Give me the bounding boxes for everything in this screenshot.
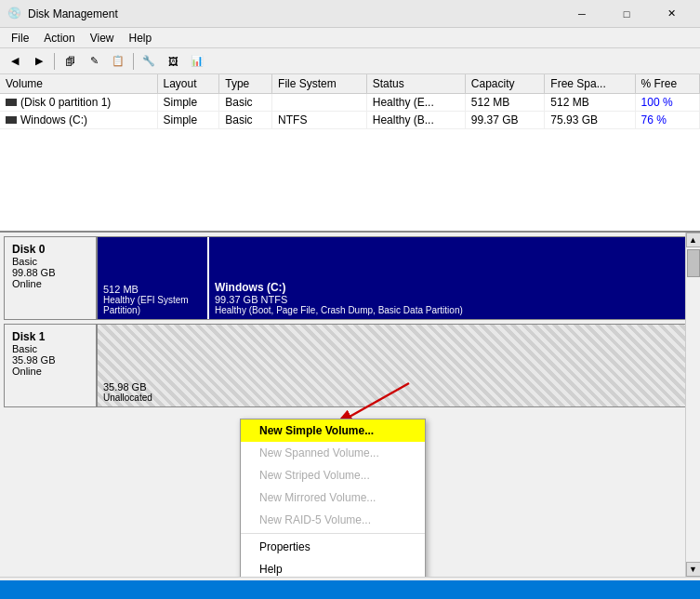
cell-status: Healthy (E... [366, 94, 465, 112]
disk-0-windows-partition[interactable]: Windows (C:) 99.37 GB NTFS Healthy (Boot… [209, 237, 695, 319]
toolbar-sep-1 [54, 53, 55, 70]
windows-name: Windows (C:) [215, 281, 690, 294]
windows-desc: Healthy (Boot, Page File, Crash Dump, Ba… [215, 305, 690, 315]
col-filesystem: File System [272, 74, 367, 94]
disk-0-efi-partition[interactable]: 512 MB Healthy (EFI System Partition) [98, 237, 209, 319]
context-menu: New Simple Volume... New Spanned Volume.… [240, 419, 426, 577]
scroll-up-btn[interactable]: ▲ [686, 233, 701, 247]
table-row[interactable]: (Disk 0 partition 1) Simple Basic Health… [0, 94, 700, 112]
cell-type: Basic [219, 112, 272, 129]
cell-fs [272, 94, 367, 112]
window-controls: ─ □ ✕ [561, 0, 693, 28]
ctx-new-striped-volume: New Striped Volume... [241, 464, 425, 486]
efi-desc: Healthy (EFI System Partition) [103, 295, 202, 315]
scrollbar[interactable]: ▲ ▼ [685, 233, 700, 577]
cell-capacity: 512 MB [465, 94, 545, 112]
maximize-button[interactable]: □ [605, 0, 648, 28]
disk-1-status: Online [12, 366, 88, 377]
drive-icon [6, 99, 17, 106]
cell-fs: NTFS [272, 112, 367, 129]
cell-status: Healthy (B... [366, 112, 465, 129]
ctx-separator [241, 533, 425, 534]
ctx-new-raid5-volume: New RAID-5 Volume... [241, 509, 425, 531]
disk-0-id: Disk 0 [12, 243, 88, 256]
cell-pct: 100 % [635, 94, 699, 112]
cell-volume: (Disk 0 partition 1) [0, 94, 157, 112]
ctx-help[interactable]: Help [241, 558, 425, 577]
disk-1-row: Disk 1 Basic 35.98 GB Online 35.98 GB Un… [4, 324, 696, 407]
disk-section: Disk 0 Basic 99.88 GB Online 512 MB Heal… [0, 233, 700, 577]
close-button[interactable]: ✕ [650, 0, 693, 28]
disk-0-type: Basic [12, 256, 88, 267]
toolbar-btn-3[interactable]: 📋 [107, 51, 129, 72]
disk-1-label: Disk 1 Basic 35.98 GB Online [5, 325, 98, 406]
disk-1-type: Basic [12, 343, 88, 354]
ctx-new-mirrored-volume: New Mirrored Volume... [241, 486, 425, 509]
disk-1-size: 35.98 GB [12, 354, 88, 366]
ctx-properties[interactable]: Properties [241, 536, 425, 558]
disk-1-id: Disk 1 [12, 330, 88, 343]
col-pctfree: % Free [635, 74, 699, 94]
cell-pct: 76 % [635, 112, 699, 129]
disk-1-partitions: 35.98 GB Unallocated [98, 325, 695, 406]
menu-action[interactable]: Action [36, 30, 82, 47]
disk-0-partitions: 512 MB Healthy (EFI System Partition) Wi… [98, 237, 695, 319]
disk-0-size: 99.88 GB [12, 267, 88, 278]
col-type: Type [219, 74, 272, 94]
cell-capacity: 99.37 GB [465, 112, 545, 129]
ctx-new-spanned-volume: New Spanned Volume... [241, 442, 425, 464]
toolbar-forward[interactable]: ▶ [28, 51, 50, 72]
ctx-new-simple-volume[interactable]: New Simple Volume... [241, 419, 425, 442]
toolbar: ◀ ▶ 🗐 ✎ 📋 🔧 🖼 📊 [0, 48, 700, 74]
window-title: Disk Management [28, 7, 561, 20]
app-icon: 💿 [7, 7, 22, 21]
cell-free: 512 MB [545, 94, 635, 112]
drive-icon [6, 116, 17, 124]
col-status: Status [366, 74, 465, 94]
row-icon: (Disk 0 partition 1) [6, 96, 111, 109]
toolbar-sep-2 [133, 53, 134, 70]
minimize-button[interactable]: ─ [561, 0, 603, 28]
toolbar-btn-5[interactable]: 🖼 [162, 51, 184, 72]
toolbar-btn-6[interactable]: 📊 [186, 51, 208, 72]
toolbar-back[interactable]: ◀ [4, 51, 26, 72]
col-volume: Volume [0, 74, 157, 94]
disk-0-row: Disk 0 Basic 99.88 GB Online 512 MB Heal… [4, 236, 696, 320]
disk-0-label: Disk 0 Basic 99.88 GB Online [5, 237, 98, 319]
cell-layout: Simple [157, 94, 219, 112]
scroll-down-btn[interactable]: ▼ [686, 562, 701, 577]
toolbar-btn-1[interactable]: 🗐 [59, 51, 81, 72]
cell-type: Basic [219, 94, 272, 112]
title-bar: 💿 Disk Management ─ □ ✕ [0, 0, 700, 28]
cell-layout: Simple [157, 112, 219, 129]
efi-size: 512 MB [103, 284, 202, 295]
table-row[interactable]: Windows (C:) Simple Basic NTFS Healthy (… [0, 112, 700, 129]
disk-0-status: Online [12, 278, 88, 289]
col-layout: Layout [157, 74, 219, 94]
col-capacity: Capacity [465, 74, 545, 94]
bottom-bar [0, 580, 700, 599]
table-header-row: Volume Layout Type File System Status Ca… [0, 74, 700, 94]
cell-free: 75.93 GB [545, 112, 635, 129]
cell-volume: Windows (C:) [0, 112, 157, 129]
menu-help[interactable]: Help [122, 30, 160, 47]
disk-1-unallocated[interactable]: 35.98 GB Unallocated [98, 325, 695, 406]
volume-table-section: Volume Layout Type File System Status Ca… [0, 74, 700, 233]
toolbar-btn-2[interactable]: ✎ [83, 51, 105, 72]
col-freespace: Free Spa... [545, 74, 635, 94]
toolbar-btn-4[interactable]: 🔧 [138, 51, 160, 72]
unalloc-size: 35.98 GB [103, 381, 690, 393]
main-container: Volume Layout Type File System Status Ca… [0, 74, 700, 599]
row-icon: Windows (C:) [6, 113, 87, 126]
menu-file[interactable]: File [4, 30, 36, 47]
menu-view[interactable]: View [83, 30, 122, 47]
volume-table: Volume Layout Type File System Status Ca… [0, 74, 700, 129]
menu-bar: File Action View Help [0, 28, 700, 48]
unalloc-desc: Unallocated [103, 393, 690, 403]
windows-size: 99.37 GB NTFS [215, 294, 690, 305]
scroll-thumb[interactable] [687, 249, 700, 277]
